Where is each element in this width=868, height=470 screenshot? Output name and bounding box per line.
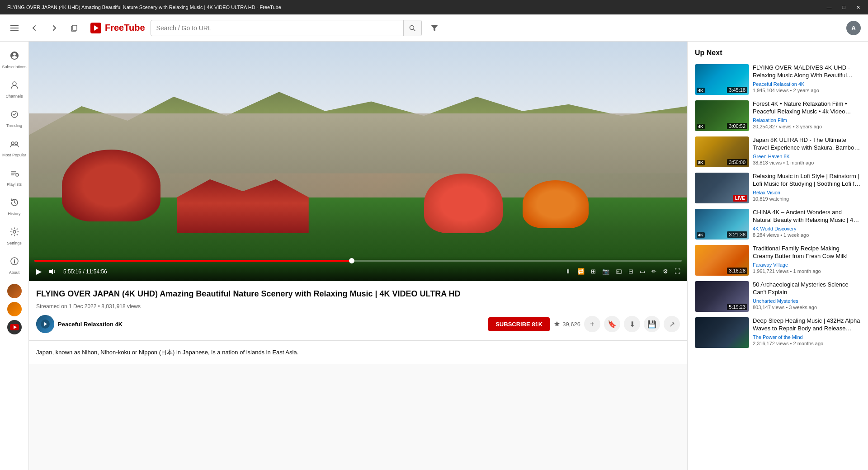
rec-thumbnail: 4K 3:00:52 [695, 100, 749, 131]
aspect-ratio-button[interactable]: ⊞ [590, 267, 597, 276]
recommendation-item[interactable]: 4K 3:45:18 FLYING OVER MALDIVES 4K UHD -… [695, 64, 861, 95]
rec-channel[interactable]: Peaceful Relaxation 4K [753, 81, 861, 87]
channel-avatar-1[interactable] [7, 284, 22, 298]
rec-channel[interactable]: Uncharted Mysteries [753, 298, 861, 304]
video-section: ▶ 5:55:16 / 11:54:56 ⏸ 🔁 ⊞ 📷 [29, 42, 687, 470]
filter-button[interactable] [427, 21, 442, 35]
rec-duration: 5:19:23 [727, 304, 747, 310]
rec-info: FLYING OVER MALDIVES 4K UHD - Relaxing M… [753, 64, 861, 95]
pause-button[interactable]: ⏸ [564, 267, 572, 276]
recommendation-item[interactable]: LIVE Relaxing Music in Lofi Style | Rain… [695, 173, 861, 203]
rec-meta: 2,316,172 views • 2 months ago [753, 341, 861, 346]
back-button[interactable] [27, 21, 42, 35]
close-button[interactable]: ✕ [852, 1, 864, 14]
app-name: FreeTube [105, 23, 145, 33]
trending-label: Trending [6, 123, 22, 128]
rec-info: CHINA 4K – Ancient Wonders and Natural B… [753, 209, 861, 240]
search-input[interactable] [151, 24, 403, 32]
save-button[interactable]: 💾 [644, 316, 660, 332]
back-icon [31, 24, 38, 32]
sidebar: Subscriptions Channels Trending Most Pop… [0, 42, 29, 470]
most-popular-label: Most Popular [2, 153, 26, 157]
rec-title: 50 Archaeological Mysteries Science Can'… [753, 281, 861, 296]
volume-button[interactable] [47, 266, 58, 277]
recommendation-item[interactable]: Deep Sleep Healing Music | 432Hz Alpha W… [695, 317, 861, 348]
minimize-button[interactable]: — [823, 1, 835, 14]
channel-avatar-3[interactable] [7, 320, 22, 334]
settings-button[interactable]: ⚙ [661, 267, 670, 276]
draw-button[interactable]: ✏ [650, 267, 658, 276]
loop-button[interactable]: 🔁 [576, 267, 586, 276]
time-total: 11:54:56 [86, 268, 107, 275]
sidebar-item-history[interactable]: History [0, 193, 28, 221]
sidebar-item-playlists[interactable]: Playlists [0, 164, 28, 191]
rec-thumbnail: 3:16:28 [695, 245, 749, 276]
rec-meta: 8,284 views • 1 week ago [753, 232, 861, 238]
controls-row: ▶ 5:55:16 / 11:54:56 ⏸ 🔁 ⊞ 📷 [34, 265, 682, 277]
share-button[interactable]: ↗ [664, 316, 680, 332]
sidebar-item-about[interactable]: About [0, 252, 28, 279]
fullscreen-button[interactable]: ⛶ [673, 267, 682, 276]
menu-button[interactable] [7, 21, 22, 35]
hamburger-icon [10, 24, 19, 32]
history-svg [9, 197, 19, 207]
video-description: Japan, known as Nihon, Nihon-koku or Nip… [29, 341, 687, 364]
rec-info: Japan 8K ULTRA HD - The Ultimate Travel … [753, 136, 861, 167]
rec-channel[interactable]: Relax Vision [753, 190, 861, 195]
sidebar-item-channels[interactable]: Channels [0, 75, 28, 103]
rec-thumbnail [695, 317, 749, 348]
miniplay-button[interactable]: ⊟ [627, 267, 635, 276]
video-title: FLYING OVER JAPAN (4K UHD) Amazing Beaut… [36, 288, 680, 300]
most-popular-svg [9, 139, 19, 149]
trending-icon [9, 109, 19, 122]
maximize-button[interactable]: □ [837, 1, 850, 14]
likes-value: 39,626 [562, 321, 580, 328]
screenshot-button[interactable]: 📷 [601, 267, 611, 276]
recommendation-item[interactable]: 8K 3:50:00 Japan 8K ULTRA HD - The Ultim… [695, 136, 861, 167]
rec-channel[interactable]: Relaxation Film [753, 118, 861, 123]
rec-title: Japan 8K ULTRA HD - The Ultimate Travel … [753, 136, 861, 152]
sidebar-item-most-popular[interactable]: Most Popular [0, 134, 28, 162]
rec-duration: 3:16:28 [727, 268, 747, 274]
add-to-playlist-button[interactable]: + [584, 316, 600, 332]
theater-button[interactable]: ▭ [638, 267, 646, 276]
rec-channel[interactable]: The Power of the Mind [753, 334, 861, 340]
red-trees-right [424, 174, 503, 234]
channel-name[interactable]: Peaceful Relaxation 4K [58, 321, 485, 328]
forward-button[interactable] [47, 21, 61, 35]
copy-button[interactable] [67, 21, 81, 35]
bookmark-button[interactable]: 🔖 [604, 316, 620, 332]
recommendation-item[interactable]: 4K 3:21:38 CHINA 4K – Ancient Wonders an… [695, 209, 861, 240]
progress-bar[interactable] [34, 260, 682, 262]
rec-channel[interactable]: Green Haven 8K [753, 154, 861, 159]
user-avatar[interactable]: A [846, 21, 861, 35]
svg-marker-9 [431, 25, 438, 31]
sidebar-item-settings[interactable]: Settings [0, 222, 28, 250]
trending-svg [9, 109, 19, 119]
channel-avatar[interactable] [36, 315, 54, 333]
subscriptions-label: Subscriptions [2, 65, 26, 69]
channels-label: Channels [5, 94, 23, 99]
playlists-label: Playlists [7, 182, 22, 187]
sidebar-item-trending[interactable]: Trending [0, 105, 28, 132]
history-icon [9, 197, 19, 210]
channel-avatar-2[interactable] [7, 302, 22, 316]
play-button[interactable]: ▶ [34, 265, 43, 277]
sidebar-item-subscriptions[interactable]: Subscriptions [0, 46, 28, 74]
logo: FreeTube [90, 23, 145, 33]
rec-channel[interactable]: Faraway Village [753, 262, 861, 268]
up-next-panel: Up Next 4K 3:45:18 FLYING OVER MALDIVES … [687, 42, 868, 470]
recommendation-item[interactable]: 3:16:28 Traditional Family Recipe Making… [695, 245, 861, 276]
recommendation-item[interactable]: 5:19:23 50 Archaeological Mysteries Scie… [695, 281, 861, 312]
video-player: ▶ 5:55:16 / 11:54:56 ⏸ 🔁 ⊞ 📷 [29, 42, 687, 281]
download-button[interactable]: ⬇ [624, 316, 640, 332]
rec-channel[interactable]: 4K World Discovery [753, 226, 861, 231]
svg-point-13 [15, 142, 18, 145]
rec-thumbnail: LIVE [695, 173, 749, 203]
live-badge: LIVE [733, 195, 747, 202]
recommendation-item[interactable]: 4K 3:00:52 Forest 4K • Nature Relaxation… [695, 100, 861, 131]
search-button[interactable] [403, 20, 421, 36]
subscribe-button[interactable]: SUBSCRIBE 81K [488, 317, 550, 331]
svg-point-14 [16, 174, 19, 176]
subtitles-button[interactable] [614, 267, 623, 276]
